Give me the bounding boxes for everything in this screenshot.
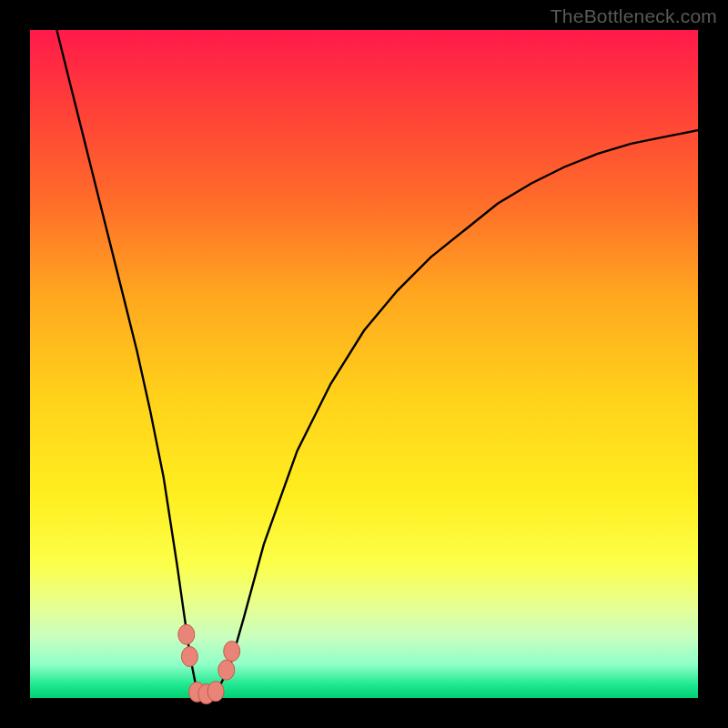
marker-f [218, 660, 235, 680]
marker-a [178, 624, 195, 644]
chart-frame: TheBottleneck.com [0, 0, 728, 728]
marker-b [181, 647, 197, 667]
bottleneck-curve [56, 30, 698, 698]
chart-svg [30, 30, 698, 698]
plot-area [30, 30, 698, 698]
watermark-text: TheBottleneck.com [551, 5, 717, 27]
marker-g [224, 642, 240, 662]
data-markers [178, 624, 240, 703]
marker-e [207, 682, 224, 702]
